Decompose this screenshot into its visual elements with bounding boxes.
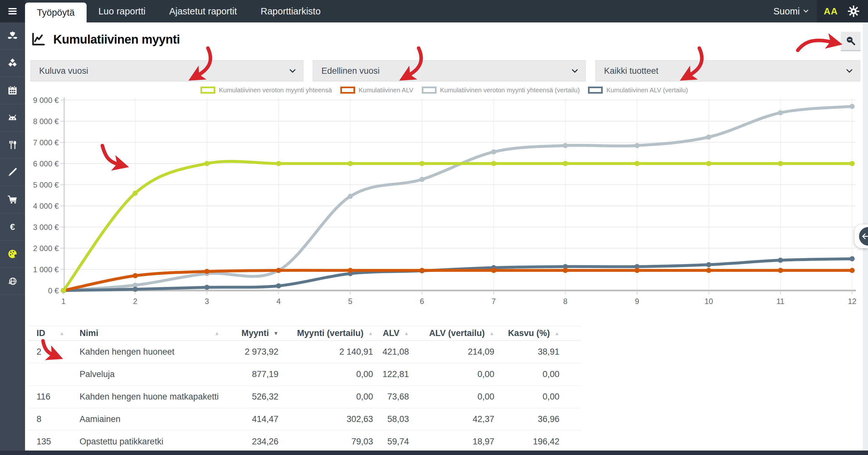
sort-asc-icon: ▲ <box>489 331 494 336</box>
sidebar-item-billing[interactable]: € <box>0 213 25 240</box>
column-header-myynti-vertailu[interactable]: Myynti (vertailu)▲ <box>280 328 374 338</box>
column-header-kasvu[interactable]: Kasvu (%)▲ <box>496 328 561 338</box>
series-point <box>706 268 711 273</box>
cell-value: 79,03 <box>280 437 374 447</box>
globe-icon <box>7 276 18 287</box>
sidebar-item-design[interactable] <box>0 159 25 186</box>
series-point <box>276 268 281 273</box>
chevron-down-icon <box>804 10 808 13</box>
cell-value: 0,00 <box>280 369 374 379</box>
cubes-icon <box>7 58 18 69</box>
series-point <box>706 135 711 140</box>
cell-value: 526,32 <box>224 392 280 402</box>
products-select-value: Kaikki tuotteet <box>604 66 658 76</box>
series-point <box>420 177 425 182</box>
android-icon <box>7 112 18 123</box>
cell-value: 214,09 <box>410 347 496 357</box>
y-tick-label: 3 000 € <box>33 223 59 231</box>
x-tick-label: 12 <box>848 297 857 305</box>
tab-tyopoyta[interactable]: Työpöytä <box>25 3 87 23</box>
column-label: Myynti <box>242 328 269 338</box>
table-header-row: ID▲Nimi▲Myynti▼Myynti (vertailu)▲ALV▲ALV… <box>29 326 581 341</box>
chevron-down-icon <box>846 69 852 73</box>
sidebar-item-spa[interactable] <box>0 23 25 50</box>
tab-luo-raportti[interactable]: Luo raportti <box>87 0 157 23</box>
y-tick-label: 4 000 € <box>33 202 59 210</box>
sort-asc-icon: ▲ <box>214 331 219 336</box>
series-point <box>204 161 210 166</box>
cell-id: 2 <box>37 347 80 357</box>
products-select[interactable]: Kaikki tuotteet <box>595 60 860 82</box>
sidebar-item-calendar[interactable] <box>0 77 25 104</box>
series-point <box>133 273 138 278</box>
column-header-myynti[interactable]: Myynti▼ <box>224 328 280 338</box>
series-point <box>61 288 66 293</box>
column-header-nimi[interactable]: Nimi▲ <box>80 328 224 338</box>
x-tick-label: 1 <box>61 297 65 305</box>
cell-value: 877,19 <box>224 369 280 379</box>
sort-asc-icon: ▲ <box>404 331 409 336</box>
annotation-arrow-zoom <box>798 40 831 50</box>
comparison-select[interactable]: Edellinen vuosi <box>313 60 586 82</box>
column-label: ALV (vertailu) <box>429 328 485 338</box>
sidebar-item-shop[interactable] <box>0 186 25 213</box>
y-tick-label: 9 000 € <box>33 96 59 104</box>
series-point <box>204 269 210 274</box>
chevron-down-icon <box>572 69 578 73</box>
table-row: 2Kahden hengen huoneet2 973,922 140,9142… <box>29 341 581 363</box>
series-point <box>850 268 855 273</box>
legend-item[interactable]: Kumulatiivinen veroton myynti yhteensä <box>200 87 332 94</box>
series-point <box>276 161 281 166</box>
cell-value: 0,00 <box>410 369 496 379</box>
table-row: 8Aamiainen414,47302,6358,0342,3736,96 <box>29 408 581 431</box>
language-selector[interactable]: Suomi <box>765 0 817 23</box>
cell-value: 234,26 <box>224 437 280 447</box>
gear-icon[interactable] <box>847 5 860 17</box>
legend-item[interactable]: Kumulatiivinen ALV (vertailu) <box>588 87 688 94</box>
cell-value: 0,00 <box>496 392 561 402</box>
column-label: ALV <box>383 328 399 338</box>
cell-value: 0,00 <box>496 369 561 379</box>
tab-ajastetut-raportit[interactable]: Ajastetut raportit <box>157 0 249 23</box>
sidebar-item-android[interactable] <box>0 104 25 131</box>
search-minus-icon <box>845 35 857 47</box>
y-tick-label: 2 000 € <box>33 244 59 253</box>
series-point <box>276 283 281 288</box>
series-point <box>204 285 210 290</box>
legend-swatch <box>200 87 215 94</box>
sidebar-item-restaurant[interactable] <box>0 131 25 159</box>
series-point <box>850 161 855 166</box>
font-size-toggle[interactable]: AA <box>824 6 838 17</box>
legend-swatch <box>588 87 603 94</box>
column-header-alv[interactable]: ALV▲ <box>374 328 410 338</box>
x-tick-label: 6 <box>420 297 424 305</box>
x-tick-label: 10 <box>705 297 713 305</box>
palette-icon <box>7 248 18 260</box>
sidebar-item-reports-active[interactable] <box>0 240 25 268</box>
cell-value: 0,00 <box>410 392 496 402</box>
topbar-utilities: AA <box>817 0 868 23</box>
legend-item[interactable]: Kumulatiivinen veroton myynti yhteensä (… <box>422 87 580 94</box>
sidebar-item-online[interactable] <box>0 268 25 295</box>
svg-text:€: € <box>10 222 15 232</box>
nav-tabs: Työpöytä Luo raportti Ajastetut raportit… <box>25 0 333 23</box>
cell-value: 122,81 <box>374 369 410 379</box>
series-point <box>133 191 138 196</box>
legend-swatch <box>340 87 355 94</box>
tab-raporttiarkisto[interactable]: Raporttiarkisto <box>249 0 333 23</box>
legend-label: Kumulatiivinen veroton myynti yhteensä (… <box>440 87 580 94</box>
column-header-id[interactable]: ID▲ <box>37 328 80 338</box>
zoom-out-button[interactable] <box>841 32 861 51</box>
series-point <box>348 268 353 273</box>
legend-item[interactable]: Kumulatiivinen ALV <box>340 87 413 94</box>
utensils-icon <box>7 139 18 151</box>
period-select[interactable]: Kuluva vuosi <box>30 60 304 82</box>
cell-value: 414,47 <box>224 414 280 424</box>
sidebar-item-cubes[interactable] <box>0 50 25 77</box>
cell-name: Aamiainen <box>80 414 224 424</box>
cell-value: 73,68 <box>374 392 410 402</box>
cell-value: 36,96 <box>496 414 561 424</box>
table-row: Palveluja877,190,00122,810,000,00 <box>29 363 581 386</box>
menu-button[interactable] <box>0 0 25 23</box>
column-header-alv-vertailu[interactable]: ALV (vertailu)▲ <box>410 328 496 338</box>
